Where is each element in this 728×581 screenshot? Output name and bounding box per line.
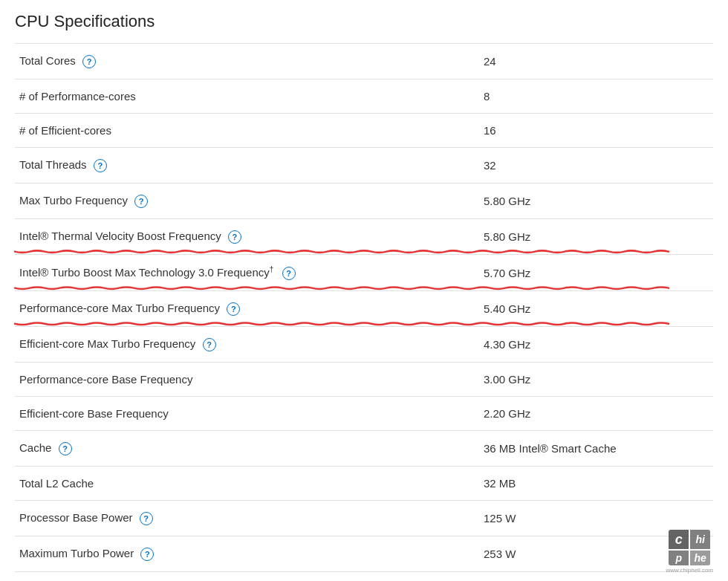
help-icon-max-turbo-freq[interactable]: ? — [134, 195, 148, 208]
help-icon-total-threads[interactable]: ? — [94, 159, 107, 172]
spec-row-total-l2: Total L2 Cache32 MB — [15, 467, 713, 501]
help-icon-perf-core-max-turbo[interactable]: ? — [227, 302, 240, 316]
spec-row-max-turbo-power: Maximum Turbo Power ?253 W — [15, 536, 713, 572]
spec-label-eff-core-base: Efficient-core Base Frequency — [15, 397, 469, 431]
help-icon-max-turbo-power[interactable]: ? — [140, 548, 154, 561]
spec-value-eff-cores: 16 — [469, 114, 713, 148]
spec-value-total-l2: 32 MB — [469, 467, 713, 501]
spec-value-perf-core-max-turbo: 5.40 GHz — [469, 291, 713, 327]
spec-value-cache: 36 MB Intel® Smart Cache — [469, 431, 713, 467]
spec-row-perf-cores: # of Performance-cores8 — [15, 79, 713, 114]
spec-row-eff-core-max-turbo: Efficient-core Max Turbo Frequency ?4.30… — [15, 327, 713, 363]
spec-label-perf-cores: # of Performance-cores — [15, 79, 469, 114]
spec-label-eff-core-max-turbo: Efficient-core Max Turbo Frequency ? — [15, 327, 469, 363]
superscript-turbo-boost-max: † — [270, 265, 274, 273]
help-icon-base-power[interactable]: ? — [140, 512, 153, 525]
spec-label-eff-cores: # of Efficient-cores — [15, 114, 469, 148]
spec-value-perf-core-base: 3.00 GHz — [469, 363, 713, 397]
spec-row-perf-core-max-turbo: Performance-core Max Turbo Frequency ?5.… — [15, 291, 713, 327]
spec-label-perf-core-max-turbo: Performance-core Max Turbo Frequency ? — [15, 291, 469, 327]
spec-value-thermal-velocity: 5.80 GHz — [469, 219, 713, 255]
spec-label-thermal-velocity: Intel® Thermal Velocity Boost Frequency … — [15, 219, 469, 255]
help-icon-thermal-velocity[interactable]: ? — [228, 230, 241, 244]
spec-label-total-cores: Total Cores ? — [15, 44, 469, 79]
spec-row-max-turbo-freq: Max Turbo Frequency ?5.80 GHz — [15, 184, 713, 219]
spec-label-total-l2: Total L2 Cache — [15, 467, 469, 501]
spec-value-eff-core-base: 2.20 GHz — [469, 397, 713, 431]
spec-table: Total Cores ?24# of Performance-cores8# … — [15, 43, 713, 572]
spec-row-total-cores: Total Cores ?24 — [15, 44, 713, 79]
spec-label-max-turbo-freq: Max Turbo Frequency ? — [15, 184, 469, 219]
spec-row-base-power: Processor Base Power ?125 W — [15, 501, 713, 536]
watermark: c hi p he www.chiphell.com — [666, 530, 713, 574]
spec-label-base-power: Processor Base Power ? — [15, 501, 469, 536]
help-icon-eff-core-max-turbo[interactable]: ? — [203, 338, 216, 351]
spec-row-perf-core-base: Performance-core Base Frequency3.00 GHz — [15, 363, 713, 397]
watermark-url: www.chiphell.com — [666, 567, 713, 574]
spec-value-total-threads: 32 — [469, 148, 713, 184]
spec-row-total-threads: Total Threads ?32 — [15, 148, 713, 184]
help-icon-total-cores[interactable]: ? — [82, 55, 96, 68]
spec-value-turbo-boost-max: 5.70 GHz — [469, 255, 713, 291]
spec-row-eff-core-base: Efficient-core Base Frequency2.20 GHz — [15, 397, 713, 431]
spec-label-turbo-boost-max: Intel® Turbo Boost Max Technology 3.0 Fr… — [15, 255, 469, 291]
spec-row-eff-cores: # of Efficient-cores16 — [15, 114, 713, 148]
spec-label-cache: Cache ? — [15, 431, 469, 467]
spec-row-cache: Cache ?36 MB Intel® Smart Cache — [15, 431, 713, 467]
spec-value-max-turbo-freq: 5.80 GHz — [469, 184, 713, 219]
spec-value-perf-cores: 8 — [469, 79, 713, 114]
help-icon-cache[interactable]: ? — [59, 442, 72, 455]
spec-value-total-cores: 24 — [469, 44, 713, 79]
spec-row-turbo-boost-max: Intel® Turbo Boost Max Technology 3.0 Fr… — [15, 255, 713, 291]
help-icon-turbo-boost-max[interactable]: ? — [282, 267, 296, 280]
page-title: CPU Specifications — [15, 12, 713, 37]
spec-row-thermal-velocity: Intel® Thermal Velocity Boost Frequency … — [15, 219, 713, 255]
spec-label-perf-core-base: Performance-core Base Frequency — [15, 363, 469, 397]
spec-label-total-threads: Total Threads ? — [15, 148, 469, 184]
spec-label-max-turbo-power: Maximum Turbo Power ? — [15, 536, 469, 572]
spec-value-eff-core-max-turbo: 4.30 GHz — [469, 327, 713, 363]
